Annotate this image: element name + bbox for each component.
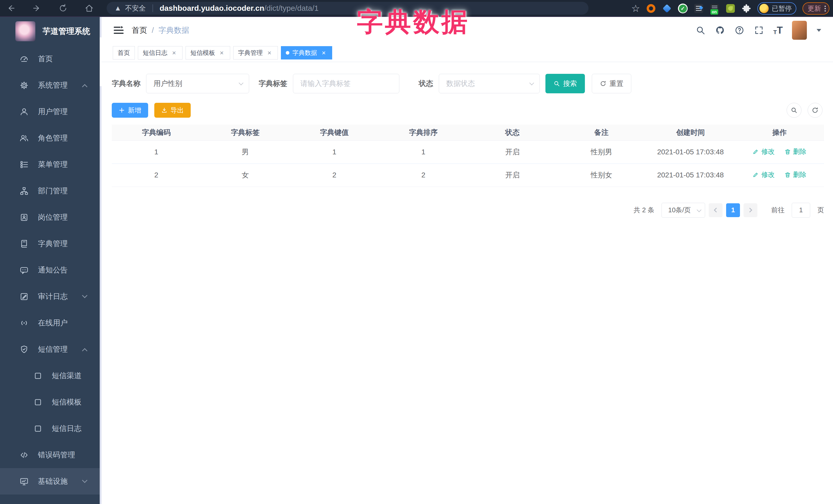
sidebar-item-label: 首页 <box>38 54 53 64</box>
address-bar[interactable]: ▲ 不安全 dashboard.yudao.iocoder.cn /dict/t… <box>106 2 589 15</box>
dict-tag-input[interactable] <box>293 74 399 93</box>
sidebar-item-infrastructure[interactable]: 基础设施 <box>0 468 101 495</box>
browser-menu-icon[interactable] <box>825 6 826 11</box>
dict-name-select[interactable]: 用户性别 <box>146 74 249 93</box>
toggle-search-button[interactable] <box>787 103 802 118</box>
tab-label: 短信模板 <box>190 49 215 57</box>
page-unit-label: 页 <box>817 206 824 215</box>
fullscreen-icon[interactable] <box>754 25 764 35</box>
sidebar-item-sms-channel[interactable]: 短信渠道 <box>0 362 101 389</box>
browser-extension-icon[interactable] <box>646 4 656 13</box>
github-icon[interactable] <box>715 25 725 35</box>
tabs-bar: 首页 短信日志 × 短信模板 × 字典管理 × 字典数据 × <box>101 44 833 62</box>
browser-extension-icon[interactable] <box>725 4 735 13</box>
dict-data-table: 字典编码 字典标签 字典键值 字典排序 状态 备注 创建时间 操作 1 <box>112 125 824 187</box>
browser-home-icon[interactable] <box>84 3 94 13</box>
browser-forward-icon[interactable] <box>32 3 42 13</box>
edit-link-label: 修改 <box>761 147 775 156</box>
extensions-puzzle-icon[interactable] <box>741 4 751 13</box>
browser-reload-icon[interactable] <box>58 3 68 13</box>
sidebar-item-department-management[interactable]: 部门管理 <box>0 178 101 204</box>
menu-list-icon <box>20 160 29 169</box>
tab-close-icon[interactable]: × <box>320 49 327 56</box>
tab-close-icon[interactable]: × <box>170 49 177 56</box>
sidebar-item-error-code[interactable]: 错误码管理 <box>0 442 101 468</box>
help-icon[interactable] <box>734 25 744 35</box>
bookmark-star-icon[interactable]: ☆ <box>631 4 640 13</box>
user-avatar[interactable] <box>792 21 807 40</box>
sidebar-item-notice[interactable]: 通知公告 <box>0 257 101 283</box>
current-page-button[interactable]: 1 <box>726 203 740 217</box>
breadcrumb-current: 字典数据 <box>159 25 189 35</box>
browser-extension-icon[interactable]: ✓ <box>678 4 688 13</box>
browser-back-icon[interactable] <box>6 3 16 13</box>
prev-page-button[interactable] <box>709 203 722 217</box>
font-size-icon[interactable]: TT <box>773 25 783 35</box>
sidebar-item-dict-management[interactable]: 字典管理 <box>0 231 101 257</box>
green-leaf-icon <box>726 4 735 13</box>
tab-dict-data[interactable]: 字典数据 × <box>281 46 332 59</box>
edit-link[interactable]: 修改 <box>753 170 775 179</box>
browser-extension-icon[interactable] <box>694 4 704 13</box>
sidebar-item-system-management[interactable]: 系统管理 <box>0 72 101 98</box>
reset-button-label: 重置 <box>610 79 623 88</box>
tab-dict-management[interactable]: 字典管理 × <box>233 46 278 59</box>
browser-profile-chip[interactable]: 已暂停 <box>757 2 796 15</box>
sidebar-logo-row[interactable]: 芋道管理系统 <box>0 17 101 46</box>
blue-diamond-icon <box>663 4 671 13</box>
code-icon <box>20 450 29 460</box>
status-select[interactable]: 数据状态 <box>439 74 540 93</box>
tab-sms-log[interactable]: 短信日志 × <box>138 46 183 59</box>
next-page-button[interactable] <box>743 203 757 217</box>
tab-sms-template[interactable]: 短信模板 × <box>186 46 230 59</box>
tab-close-icon[interactable]: × <box>218 49 225 56</box>
square-icon <box>33 398 43 407</box>
goto-page-input[interactable] <box>792 203 810 218</box>
sidebar-toggle-icon[interactable] <box>113 25 124 35</box>
square-icon <box>33 424 43 433</box>
url-host: dashboard.yudao.iocoder.cn <box>160 4 264 13</box>
reset-button[interactable]: 重置 <box>592 74 631 93</box>
sidebar-item-sms-log[interactable]: 短信日志 <box>0 415 101 442</box>
column-header: 操作 <box>735 125 824 141</box>
add-button[interactable]: 新增 <box>112 103 148 118</box>
edit-link[interactable]: 修改 <box>753 147 775 156</box>
chevron-up-icon <box>82 84 88 90</box>
sidebar-item-user-management[interactable]: 用户管理 <box>0 98 101 125</box>
tab-home[interactable]: 首页 <box>113 46 135 59</box>
sidebar-item-audit-log[interactable]: 审计日志 <box>0 283 101 310</box>
delete-link[interactable]: 删除 <box>784 147 806 156</box>
browser-extension-icon[interactable]: on <box>710 4 719 13</box>
sidebar-scrollbar-thumb[interactable] <box>100 38 101 86</box>
sidebar-item-label: 部门管理 <box>38 186 68 196</box>
browser-update-button[interactable]: 更新 <box>803 2 829 15</box>
sidebar-item-sms-management[interactable]: 短信管理 <box>0 336 101 362</box>
browser-toolbar-right: ☆ ✓ on 已暂停 更新 <box>631 0 829 17</box>
sidebar-item-home[interactable]: 首页 <box>0 46 101 72</box>
breadcrumb-home[interactable]: 首页 <box>132 25 147 35</box>
sidebar-item-sms-template[interactable]: 短信模板 <box>0 389 101 415</box>
sidebar-item-label: 系统管理 <box>38 80 68 91</box>
tab-close-icon[interactable]: × <box>266 49 273 56</box>
browser-extension-icon[interactable] <box>662 4 672 13</box>
green-check-icon: ✓ <box>678 4 688 13</box>
page-size-select[interactable]: 10条/页 <box>662 203 705 218</box>
sidebar-item-menu-management[interactable]: 菜单管理 <box>0 151 101 178</box>
table-header-row: 字典编码 字典标签 字典键值 字典排序 状态 备注 创建时间 操作 <box>112 125 824 141</box>
delete-link[interactable]: 删除 <box>784 170 806 179</box>
delete-link-label: 删除 <box>793 170 806 179</box>
sidebar-scrollbar[interactable] <box>100 17 101 504</box>
column-header: 备注 <box>557 125 646 141</box>
search-button[interactable]: 搜索 <box>545 74 585 93</box>
shield-check-icon <box>20 345 29 354</box>
sidebar-item-role-management[interactable]: 角色管理 <box>0 125 101 151</box>
sidebar-item-post-management[interactable]: 岗位管理 <box>0 204 101 231</box>
column-header: 创建时间 <box>646 125 735 141</box>
search-icon[interactable] <box>695 25 706 35</box>
sidebar-item-online-users[interactable]: 在线用户 <box>0 310 101 336</box>
refresh-button[interactable] <box>808 103 823 118</box>
audit-log-icon <box>20 292 29 301</box>
export-button[interactable]: 导出 <box>154 103 191 118</box>
sidebar-item-label: 基础设施 <box>38 476 68 486</box>
chevron-down-icon[interactable] <box>816 29 821 32</box>
